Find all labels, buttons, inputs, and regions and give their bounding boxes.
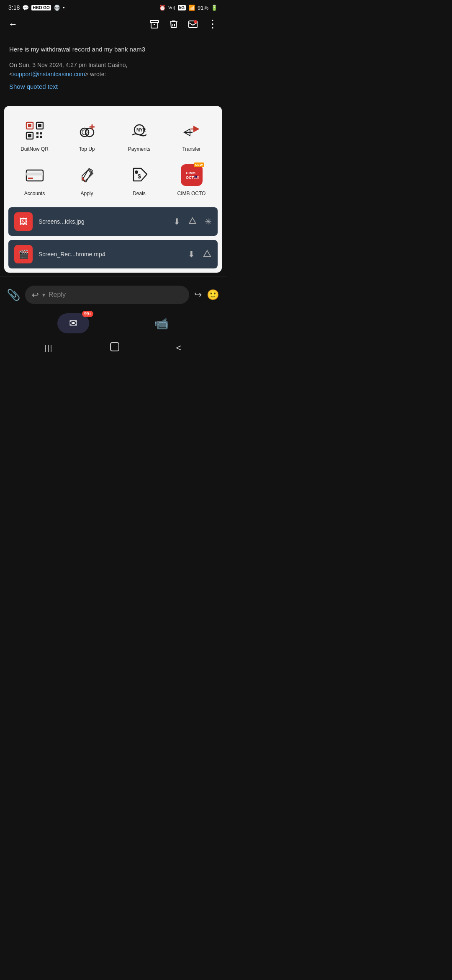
back-button[interactable]: ←: [8, 19, 18, 30]
battery-icon: 🔋: [211, 5, 218, 11]
alarm-icon: ⏰: [159, 5, 166, 11]
reply-input-area[interactable]: ↩ ▾ Reply: [25, 286, 189, 304]
time-display: 3:18: [8, 4, 20, 11]
banking-item-topup[interactable]: Top Up: [61, 114, 113, 159]
svg-point-13: [80, 128, 89, 137]
app-dock: ✉ 99+ 📹: [0, 310, 226, 335]
banking-item-apply[interactable]: Apply: [61, 159, 113, 203]
mail-dock-item[interactable]: ✉ 99+: [57, 313, 89, 333]
status-time: 3:18 💬 HBO GO 💀 •: [8, 4, 65, 11]
status-bar: 3:18 💬 HBO GO 💀 • ⏰ Vo) 5G 📶 91% 🔋: [0, 0, 226, 13]
delete-button[interactable]: [169, 19, 179, 29]
jpg-thumb: 🖼: [14, 212, 33, 231]
show-quoted-button[interactable]: Show quoted text: [9, 83, 58, 90]
more-button[interactable]: ⋮: [207, 18, 218, 31]
support-email-link[interactable]: support@instantcasino.com: [13, 71, 85, 77]
svg-rect-12: [40, 136, 42, 138]
delete-icon: [169, 19, 179, 29]
back-nav-button[interactable]: <: [176, 343, 182, 353]
jpg-download-icon[interactable]: ⬇: [173, 217, 180, 227]
reply-icon-button[interactable]: ↩: [32, 290, 39, 300]
navigation-bar: ||| <: [0, 335, 226, 363]
banking-app-grid: DuitNow QR Top Up MYR: [4, 106, 222, 207]
svg-rect-9: [36, 132, 39, 134]
archive-icon: [149, 19, 159, 29]
banking-item-duitnow[interactable]: DuitNow QR: [8, 114, 61, 159]
mp4-actions: ⬇: [188, 249, 212, 260]
attachment-mp4-card: 🎬 Screen_Rec...hrome.mp4 ⬇: [8, 240, 218, 268]
content-divider: [0, 276, 226, 276]
svg-rect-4: [28, 124, 31, 127]
attach-button[interactable]: 📎: [7, 289, 20, 302]
duitnow-label: DuitNow QR: [21, 146, 49, 152]
banking-item-cimb[interactable]: NEW CIMB OCTO 🇲🇾 CIMB OCTO: [165, 159, 218, 203]
svg-text:CIMB: CIMB: [186, 171, 195, 175]
reply-placeholder[interactable]: Reply: [49, 291, 182, 299]
recents-button[interactable]: |||: [45, 344, 53, 353]
apply-icon: [76, 164, 98, 186]
jpg-actions: ⬇ ✳: [173, 216, 212, 227]
svg-rect-6: [38, 124, 41, 127]
svg-text:MYR: MYR: [136, 128, 146, 132]
deals-label: Deals: [133, 191, 146, 196]
jpg-drive-icon[interactable]: [188, 216, 197, 227]
cimb-octo-icon: NEW CIMB OCTO 🇲🇾: [180, 164, 203, 186]
mp4-download-icon[interactable]: ⬇: [188, 249, 195, 259]
email-content: Here is my withdrawal record and my bank…: [0, 36, 226, 102]
mp4-thumb: 🎬: [14, 245, 33, 263]
payments-icon: MYR: [128, 119, 151, 142]
accounts-label: Accounts: [24, 191, 45, 196]
archive-button[interactable]: [149, 19, 159, 29]
apply-label: Apply: [80, 191, 93, 196]
reply-bar: 📎 ↩ ▾ Reply ↪ 🙂: [0, 280, 226, 310]
whatsapp-icon: 💬: [22, 5, 29, 11]
network-bars: 📶: [188, 5, 195, 11]
email-quoted-meta: On Sun, 3 Nov 2024, 4:27 pm Instant Casi…: [9, 60, 217, 79]
forward-button[interactable]: ↪: [194, 289, 202, 300]
svg-rect-0: [150, 21, 159, 23]
payments-label: Payments: [128, 146, 150, 152]
duitnow-icon: [23, 119, 46, 142]
jpg-pinwheel-icon[interactable]: ✳: [205, 217, 212, 227]
mp4-drive-icon[interactable]: [203, 249, 212, 260]
mail-badge: 99+: [82, 311, 93, 317]
home-button[interactable]: [109, 341, 121, 355]
5g-icon: 5G: [178, 5, 186, 10]
skull-icon: 💀: [54, 5, 60, 11]
email-body-text: Here is my withdrawal record and my bank…: [9, 45, 217, 54]
emoji-button[interactable]: 🙂: [207, 289, 219, 301]
attachment-jpg-card: 🖼 Screens...icks.jpg ⬇ ✳: [8, 207, 218, 236]
mark-button[interactable]: [188, 19, 198, 29]
topup-icon: [76, 119, 98, 142]
banking-item-payments[interactable]: MYR Payments: [113, 114, 165, 159]
signal-icon: Vo): [168, 5, 175, 10]
svg-text:🇲🇾: 🇲🇾: [194, 175, 199, 180]
mp4-filename: Screen_Rec...hrome.mp4: [39, 251, 182, 258]
svg-rect-8: [28, 134, 31, 137]
file-attachment-list: 🖼 Screens...icks.jpg ⬇ ✳ 🎬 Screen_Rec...…: [8, 207, 218, 268]
banking-item-transfer[interactable]: Transfer: [165, 114, 218, 159]
svg-point-2: [194, 20, 197, 23]
svg-rect-25: [26, 173, 43, 175]
transfer-icon: [180, 119, 203, 142]
reply-dropdown-arrow[interactable]: ▾: [42, 291, 45, 298]
svg-text:$: $: [138, 173, 141, 180]
action-bar: ← ⋮: [0, 13, 226, 36]
banking-item-deals[interactable]: $ Deals: [113, 159, 165, 203]
topup-label: Top Up: [79, 146, 95, 152]
svg-rect-35: [110, 343, 119, 351]
cimb-octo-label: CIMB OCTO: [177, 191, 206, 196]
video-icon: 📹: [154, 317, 169, 330]
svg-rect-10: [40, 132, 42, 134]
hbo-icon: HBO GO: [31, 5, 51, 10]
attachment-image-card: DuitNow QR Top Up MYR: [4, 106, 222, 273]
svg-rect-11: [36, 136, 39, 138]
mark-icon: [188, 19, 198, 29]
deals-icon: $: [128, 164, 151, 186]
mail-dock-icon: ✉: [69, 317, 77, 329]
video-dock-item[interactable]: 📹: [154, 317, 169, 330]
new-badge: NEW: [194, 162, 204, 167]
transfer-label: Transfer: [182, 146, 200, 152]
banking-item-accounts[interactable]: Accounts: [8, 159, 61, 203]
status-indicators: ⏰ Vo) 5G 📶 91% 🔋: [159, 5, 218, 11]
